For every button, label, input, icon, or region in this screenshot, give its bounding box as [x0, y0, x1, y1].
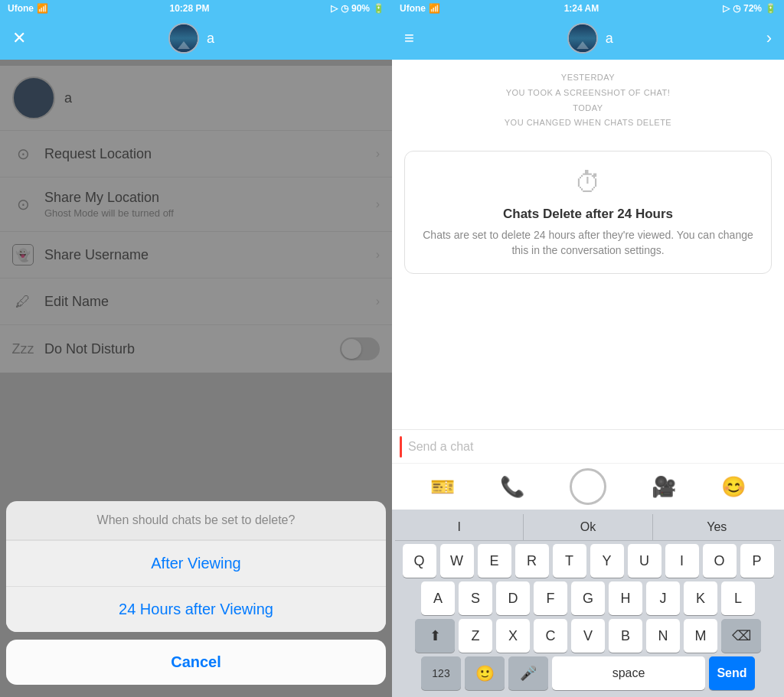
emoji-keyboard-key[interactable]: 🙂: [465, 656, 505, 690]
right-panel: Ufone 📶 1:24 AM ▷ ◷ 72% 🔋 ≡ a › YESTERDA…: [392, 0, 784, 697]
key-u[interactable]: U: [628, 544, 662, 578]
delete-notification-box: ⏱ Chats Delete after 24 Hours Chats are …: [404, 151, 772, 274]
sys-msg-yesterday: YESTERDAY: [407, 70, 769, 86]
key-p[interactable]: P: [740, 544, 774, 578]
chat-area: YESTERDAY YOU TOOK A SCREENSHOT OF CHAT!…: [392, 60, 784, 510]
right-avatar: [567, 23, 598, 54]
key-y[interactable]: Y: [590, 544, 624, 578]
red-cursor-bar: [400, 436, 402, 458]
phone-icon[interactable]: 📞: [500, 475, 524, 499]
suggestion-yes[interactable]: Yes: [653, 514, 781, 540]
keyboard-row-1: Q W E R T Y U I O P: [395, 544, 781, 578]
key-e[interactable]: E: [478, 544, 511, 578]
close-button[interactable]: ✕: [12, 28, 26, 48]
send-placeholder-text: Send a chat: [408, 440, 473, 454]
right-time: 1:24 AM: [564, 3, 599, 14]
action-sheet-overlay: When should chats be set to delete? Afte…: [0, 60, 392, 697]
left-content: a ⊙ Request Location › ⊙ Share My Locati…: [0, 60, 392, 697]
send-key[interactable]: Send: [709, 656, 755, 690]
right-chevron-icon[interactable]: ›: [766, 28, 772, 48]
avatar-mountain-icon: [178, 41, 190, 49]
key-m[interactable]: M: [684, 619, 717, 653]
key-b[interactable]: B: [609, 619, 642, 653]
shift-key[interactable]: ⬆: [415, 619, 455, 653]
clock-icon: ⏱: [417, 167, 759, 199]
key-f[interactable]: F: [534, 581, 567, 615]
capture-button[interactable]: [570, 468, 606, 505]
key-c[interactable]: C: [534, 619, 567, 653]
chat-spacer: [392, 283, 784, 429]
left-wifi-icon: 📶: [37, 3, 48, 14]
avatar-image: [170, 24, 198, 52]
action-sheet: When should chats be set to delete? Afte…: [0, 495, 392, 697]
key-v[interactable]: V: [571, 619, 605, 653]
left-battery-icon: 🔋: [373, 3, 384, 14]
delete-key[interactable]: ⌫: [721, 619, 761, 653]
left-header: ✕ a: [0, 17, 392, 60]
right-header-center: a: [567, 23, 613, 54]
key-q[interactable]: Q: [403, 544, 436, 578]
right-battery-icon: 🔋: [765, 3, 776, 14]
key-j[interactable]: J: [646, 581, 680, 615]
left-location-icon: ▷: [331, 3, 338, 14]
keyboard-row-4: 123 🙂 🎤 space Send: [395, 656, 781, 690]
emoji-icon[interactable]: 😊: [721, 475, 746, 499]
key-g[interactable]: G: [571, 581, 605, 615]
sys-msg-today: TODAY: [407, 101, 769, 116]
delete-notification-description: Chats are set to delete 24 hours after t…: [417, 228, 759, 258]
right-battery: 72%: [743, 3, 762, 14]
action-sheet-24hours[interactable]: 24 Hours after Viewing: [6, 586, 386, 632]
key-s[interactable]: S: [459, 581, 492, 615]
action-sheet-cancel-button[interactable]: Cancel: [6, 640, 386, 685]
action-sheet-title: When should chats be set to delete?: [6, 501, 386, 540]
key-h[interactable]: H: [609, 581, 642, 615]
right-carrier: Ufone: [400, 3, 426, 14]
key-z[interactable]: Z: [459, 619, 492, 653]
sys-msg-screenshot: YOU TOOK A SCREENSHOT OF CHAT!: [407, 86, 769, 101]
hamburger-menu-icon[interactable]: ≡: [404, 28, 414, 48]
left-alarm-icon: ◷: [341, 3, 348, 14]
left-status-right: ▷ ◷ 90% 🔋: [331, 3, 384, 14]
avatar: [168, 23, 199, 54]
key-a[interactable]: A: [421, 581, 455, 615]
sticker-icon[interactable]: 🎫: [430, 475, 455, 499]
keyboard: I Ok Yes Q W E R T Y U I O P A S D F G H…: [392, 510, 784, 697]
microphone-key[interactable]: 🎤: [508, 656, 548, 690]
numbers-key[interactable]: 123: [421, 656, 461, 690]
video-icon[interactable]: 🎥: [652, 475, 676, 499]
key-k[interactable]: K: [684, 581, 717, 615]
action-sheet-after-viewing[interactable]: After Viewing: [6, 540, 386, 586]
right-status-left: Ufone 📶: [400, 3, 440, 14]
key-d[interactable]: D: [496, 581, 530, 615]
keyboard-row-3: ⬆ Z X C V B N M ⌫: [395, 619, 781, 653]
action-sheet-options-box: When should chats be set to delete? Afte…: [6, 501, 386, 632]
right-avatar-mountain-icon: [577, 41, 589, 49]
key-r[interactable]: R: [515, 544, 549, 578]
key-t[interactable]: T: [553, 544, 586, 578]
right-header: ≡ a ›: [392, 17, 784, 60]
header-center: a: [168, 23, 214, 54]
key-o[interactable]: O: [703, 544, 737, 578]
sys-msg-changed: YOU CHANGED WHEN CHATS DELETE: [407, 116, 769, 131]
right-location-icon: ▷: [723, 3, 730, 14]
key-n[interactable]: N: [646, 619, 680, 653]
system-messages: YESTERDAY YOU TOOK A SCREENSHOT OF CHAT!…: [392, 60, 784, 142]
key-i[interactable]: I: [665, 544, 699, 578]
right-status-bar: Ufone 📶 1:24 AM ▷ ◷ 72% 🔋: [392, 0, 784, 17]
header-username: a: [207, 31, 214, 47]
suggestion-ok[interactable]: Ok: [524, 514, 652, 540]
right-alarm-icon: ◷: [733, 3, 740, 14]
key-l[interactable]: L: [721, 581, 755, 615]
keyboard-suggestions: I Ok Yes: [395, 514, 781, 541]
chat-actions-bar: 🎫 📞 🎥 😊: [392, 463, 784, 510]
left-panel: Ufone 📶 10:28 PM ▷ ◷ 90% 🔋 ✕ a a: [0, 0, 392, 697]
key-x[interactable]: X: [496, 619, 530, 653]
right-wifi-icon: 📶: [429, 3, 440, 14]
suggestion-i[interactable]: I: [395, 514, 524, 540]
left-status-left: Ufone 📶: [8, 3, 48, 14]
left-battery: 90%: [351, 3, 370, 14]
space-key[interactable]: space: [552, 656, 705, 690]
keyboard-row-2: A S D F G H J K L: [395, 581, 781, 615]
right-header-username: a: [606, 31, 613, 47]
key-w[interactable]: W: [440, 544, 474, 578]
